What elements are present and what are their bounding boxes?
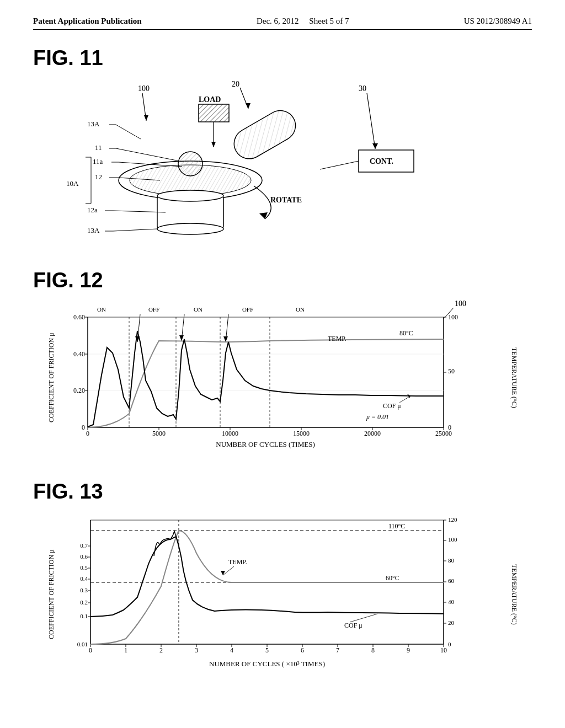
svg-text:0: 0 bbox=[89, 646, 92, 654]
svg-text:5: 5 bbox=[265, 646, 269, 654]
fig12-y-right-label: TEMPERATURE (°C) bbox=[508, 298, 520, 458]
svg-text:3: 3 bbox=[195, 646, 198, 654]
svg-text:11: 11 bbox=[95, 143, 102, 152]
svg-text:0.6: 0.6 bbox=[80, 553, 88, 560]
header-publication-label: Patent Application Publication bbox=[33, 17, 142, 26]
svg-text:OFF: OFF bbox=[242, 306, 253, 313]
svg-text:20: 20 bbox=[232, 80, 239, 88]
fig11-diagram: 100 20 30 LOAD bbox=[50, 76, 463, 247]
svg-text:0.2: 0.2 bbox=[80, 599, 88, 606]
svg-line-38 bbox=[116, 148, 179, 161]
page-header: Patent Application Publication Dec. 6, 2… bbox=[33, 17, 532, 30]
svg-text:6: 6 bbox=[301, 646, 304, 654]
svg-text:10: 10 bbox=[440, 646, 447, 654]
svg-text:10A: 10A bbox=[66, 179, 79, 188]
svg-text:11a: 11a bbox=[93, 157, 103, 165]
fig13-chart: 0 1 2 3 4 5 6 7 8 bbox=[57, 509, 488, 680]
svg-text:15000: 15000 bbox=[293, 430, 310, 437]
page: Patent Application Publication Dec. 6, 2… bbox=[0, 0, 565, 728]
svg-line-41 bbox=[119, 162, 182, 167]
svg-text:8: 8 bbox=[371, 646, 375, 654]
svg-text:μ = 0.01: μ = 0.01 bbox=[366, 413, 389, 421]
svg-text:100: 100 bbox=[448, 536, 457, 543]
svg-text:ROTATE: ROTATE bbox=[270, 196, 302, 204]
svg-text:80°C: 80°C bbox=[399, 329, 413, 337]
svg-line-27 bbox=[367, 93, 375, 149]
svg-text:100: 100 bbox=[448, 313, 458, 321]
header-sheet: Sheet 5 of 7 bbox=[309, 17, 349, 25]
svg-marker-166 bbox=[221, 571, 225, 575]
svg-text:ON: ON bbox=[194, 306, 202, 313]
header-date: Dec. 6, 2012 bbox=[257, 17, 299, 25]
svg-text:TEMP.: TEMP. bbox=[328, 335, 347, 342]
svg-text:LOAD: LOAD bbox=[199, 95, 221, 104]
svg-text:120: 120 bbox=[448, 516, 457, 523]
svg-text:5000: 5000 bbox=[152, 430, 166, 437]
svg-point-18 bbox=[157, 190, 223, 201]
fig13-section: FIG. 13 COEFFICIENT OF FRICTION μ 0 1 2 bbox=[33, 480, 532, 680]
svg-text:60°C: 60°C bbox=[386, 574, 399, 582]
svg-point-15 bbox=[178, 152, 202, 176]
svg-text:OFF: OFF bbox=[148, 306, 159, 313]
svg-text:ON: ON bbox=[296, 306, 305, 313]
svg-text:NUMBER OF CYCLES  ( ×10³ TIMES: NUMBER OF CYCLES ( ×10³ TIMES) bbox=[209, 660, 325, 668]
svg-marker-4 bbox=[144, 115, 148, 121]
svg-text:0: 0 bbox=[86, 430, 89, 437]
svg-marker-9 bbox=[211, 142, 216, 147]
svg-text:20000: 20000 bbox=[364, 430, 381, 437]
svg-text:0.01: 0.01 bbox=[77, 641, 88, 647]
svg-rect-10 bbox=[228, 105, 301, 164]
svg-text:13A: 13A bbox=[87, 120, 100, 128]
svg-text:0: 0 bbox=[448, 424, 451, 431]
svg-text:1: 1 bbox=[124, 646, 127, 654]
fig12-label: FIG. 12 bbox=[33, 269, 532, 292]
svg-text:0: 0 bbox=[448, 641, 451, 647]
svg-line-168 bbox=[350, 614, 377, 622]
svg-text:9: 9 bbox=[407, 646, 410, 654]
svg-text:0.60: 0.60 bbox=[73, 313, 85, 321]
svg-text:12a: 12a bbox=[87, 206, 98, 214]
svg-text:0.40: 0.40 bbox=[73, 350, 85, 358]
header-date-sheet: Dec. 6, 2012 Sheet 5 of 7 bbox=[257, 17, 349, 26]
fig12-y-left-label: COEFFICIENT OF FRICTION μ bbox=[45, 298, 57, 458]
fig11-label: FIG. 11 bbox=[33, 46, 532, 70]
svg-text:0.20: 0.20 bbox=[73, 387, 85, 394]
svg-text:CONT.: CONT. bbox=[370, 157, 393, 165]
fig12-section: FIG. 12 COEFFICIENT OF FRICTION μ bbox=[33, 269, 532, 458]
svg-text:40: 40 bbox=[448, 598, 455, 605]
svg-text:30: 30 bbox=[359, 84, 366, 93]
svg-point-19 bbox=[157, 223, 223, 234]
svg-marker-95 bbox=[223, 336, 228, 342]
svg-marker-28 bbox=[372, 143, 378, 149]
fig13-y-left-label: COEFFICIENT OF FRICTION μ bbox=[45, 509, 57, 680]
svg-text:60: 60 bbox=[448, 577, 455, 584]
svg-text:20: 20 bbox=[448, 619, 455, 626]
svg-line-35 bbox=[116, 125, 141, 139]
header-patent-number: US 2012/308949 A1 bbox=[464, 17, 532, 26]
svg-text:0.4: 0.4 bbox=[80, 575, 88, 582]
svg-text:TEMP.: TEMP. bbox=[228, 558, 247, 566]
fig12-chart: 0 5000 10000 15000 20000 25000 0 0.20 0.… bbox=[57, 298, 488, 458]
svg-text:ON: ON bbox=[97, 306, 106, 313]
svg-text:100: 100 bbox=[455, 299, 466, 308]
svg-text:12: 12 bbox=[95, 173, 102, 181]
svg-text:7: 7 bbox=[336, 646, 339, 654]
svg-text:2: 2 bbox=[159, 646, 163, 654]
fig11-section: FIG. 11 100 20 30 LOAD bbox=[33, 46, 532, 247]
svg-text:0: 0 bbox=[82, 424, 85, 431]
svg-text:NUMBER OF CYCLES (TIMES): NUMBER OF CYCLES (TIMES) bbox=[216, 440, 315, 448]
svg-text:0.3: 0.3 bbox=[80, 587, 88, 593]
fig13-label: FIG. 13 bbox=[33, 480, 532, 504]
svg-text:COF  μ: COF μ bbox=[344, 622, 363, 629]
svg-text:4: 4 bbox=[230, 646, 233, 654]
svg-line-24 bbox=[320, 161, 359, 169]
svg-marker-93 bbox=[179, 335, 184, 341]
svg-text:0.5: 0.5 bbox=[80, 564, 88, 571]
svg-text:80: 80 bbox=[448, 557, 455, 564]
svg-line-50 bbox=[113, 229, 157, 231]
svg-text:13A: 13A bbox=[87, 226, 100, 234]
svg-text:0.7: 0.7 bbox=[80, 542, 88, 549]
svg-marker-26 bbox=[246, 103, 250, 109]
svg-text:100: 100 bbox=[138, 84, 150, 93]
svg-text:10000: 10000 bbox=[222, 430, 238, 437]
